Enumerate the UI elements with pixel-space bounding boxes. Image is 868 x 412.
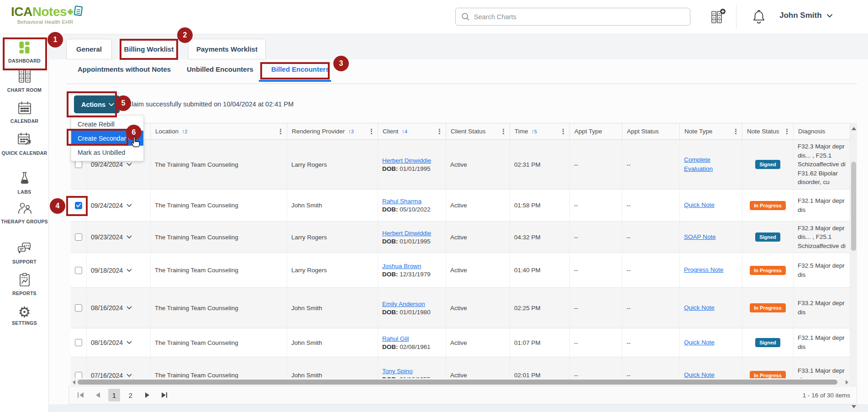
scroll-right-arrow[interactable] [846,380,848,385]
client-link[interactable]: Herbert Dinwiddie [382,157,431,164]
search-input[interactable] [474,13,684,21]
cell-time: 04:32 PM [510,222,570,253]
cell-location: The Training Team Counseling [151,288,287,328]
horizontal-scroll-thumb[interactable] [78,380,837,385]
header-appt-status[interactable]: Appt Status [622,123,680,139]
tab-payments-worklist[interactable]: Payments Worklist [188,39,266,59]
header-appt-type[interactable]: Appt Type [570,123,622,139]
row-checkbox[interactable] [75,233,82,241]
row-checkbox[interactable] [75,267,82,274]
vertical-scroll-thumb[interactable] [851,162,856,251]
scroll-up-arrow[interactable] [852,127,856,130]
header-client-status[interactable]: Client Status⋮ [446,123,510,139]
table-row: 09/23/2024The Training Team CounselingLa… [71,222,850,253]
note-type-link[interactable]: Quick Note [684,338,715,347]
column-menu-icon[interactable]: ⋮ [784,127,790,136]
note-type-link[interactable]: SOAP Note [684,232,716,242]
sidebar-item-dashboard[interactable]: DASHBOARD [0,40,49,64]
next-page-button[interactable] [141,389,153,401]
sidebar-item-label: SUPPORT [12,259,37,265]
sidebar-item-labs[interactable]: LABS [0,171,49,195]
support-icon [16,241,33,258]
sidebar-item-quick-calendar[interactable]: QUICK CALENDAR [0,132,49,157]
sidebar-item-chart-room[interactable]: CHART ROOM [0,69,49,94]
column-menu-icon[interactable]: ⋮ [500,127,507,136]
date-value: 09/23/2024 [91,233,123,241]
cell-date[interactable]: 08/16/2024 [87,328,151,357]
note-type-link[interactable]: Quick Note [684,201,715,210]
row-checkbox[interactable] [75,202,82,209]
subtab-billed-encounters[interactable]: Billed Encounters [271,65,330,73]
client-link[interactable]: Tony Spino [382,368,413,375]
sidebar-item-calendar[interactable]: CALENDAR [0,100,49,125]
menu-item-create-secondary[interactable]: Create Secondary [71,131,143,146]
sidebar-item-support[interactable]: SUPPORT [0,241,49,265]
tab-general[interactable]: General [66,39,112,59]
column-label: Time [515,128,528,135]
note-type-link[interactable]: Quick Note [684,303,715,312]
header-location[interactable]: Location↑2⋮ [151,123,287,139]
subtab-appointments-without-notes[interactable]: Appointments without Notes [78,65,171,73]
previous-page-button[interactable] [92,389,104,401]
cell-date[interactable]: 09/18/2024 [87,253,151,287]
sidebar-item-reports[interactable]: REPORTS [0,272,49,297]
column-menu-icon[interactable]: ⋮ [277,127,284,136]
scroll-down-arrow[interactable] [852,405,856,408]
header-note-type[interactable]: Note Type⋮ [680,123,742,139]
column-menu-icon[interactable]: ⋮ [436,127,443,136]
menu-item-mark-as-unbilled[interactable]: Mark as Unbilled [71,146,143,159]
logo-text-primary: ICA [11,5,32,19]
subtab-unbilled-encounters[interactable]: Unbilled Encounters [187,65,253,73]
scroll-left-arrow[interactable] [73,380,75,385]
page-number-1[interactable]: 1 [108,389,120,401]
client-link[interactable]: Emily Anderson [382,301,425,307]
client-link[interactable]: Rahul Gill [382,335,409,342]
client-link[interactable]: Joshua Brown [382,263,421,269]
sidebar-item-therapy-groups[interactable]: THERAPY GROUPS [0,201,49,225]
row-checkbox[interactable] [75,339,82,346]
row-checkbox[interactable] [75,372,82,379]
note-type-link[interactable]: Complete Evaluation [684,155,738,174]
note-type-link[interactable]: Quick Note [684,370,715,378]
cell-appt-type: -- [570,190,622,221]
notifications-bell-icon[interactable] [751,8,767,27]
cell-appt-status: -- [622,140,680,189]
cell-note-status: In Progress [742,190,794,221]
client-link[interactable]: Herbert Dinwiddie [382,230,431,237]
header-note-status[interactable]: Note Status⋮ [742,123,794,139]
cell-date[interactable]: 09/23/2024 [87,222,151,253]
header-diagnosis[interactable]: Diagnosis [794,123,850,139]
cell-note-type: Quick Note [680,288,742,328]
subtab-divider [66,84,857,84]
sort-indicator: ↑2 [182,128,188,135]
client-dob: DOB: 01/01/1995 [382,165,431,172]
first-page-button[interactable] [75,389,87,401]
tab-billing-worklist[interactable]: Billing Worklist [121,39,177,59]
vertical-scrollbar[interactable] [850,123,857,412]
menu-item-create-rebill[interactable]: Create Rebill [71,117,143,131]
user-menu[interactable]: John Smith [779,11,833,20]
horizontal-scrollbar[interactable] [71,379,850,386]
cell-date[interactable]: 08/16/2024 [87,288,151,328]
items-range-summary: 1 - 16 of 30 items [803,392,850,399]
row-checkbox[interactable] [75,304,82,312]
page-number-2[interactable]: 2 [125,389,137,401]
row-checkbox[interactable] [75,161,82,168]
column-menu-icon[interactable]: ⋮ [368,127,375,136]
last-page-button[interactable] [158,389,169,401]
header-rendering-provider[interactable]: Rendering Provider↑3⋮ [287,123,378,139]
new-chart-icon[interactable] [709,8,727,27]
sidebar-item-settings[interactable]: ⚙ SETTINGS [0,305,49,327]
client-link[interactable]: Rahul Sharma [382,198,421,205]
column-label: Note Type [684,128,712,135]
header-time[interactable]: Time↑5⋮ [510,123,570,139]
column-menu-icon[interactable]: ⋮ [560,127,567,136]
settings-icon: ⚙ [18,305,31,319]
column-menu-icon[interactable]: ⋮ [732,127,739,136]
note-type-link[interactable]: Progress Note [684,265,723,275]
cell-date[interactable]: 07/16/2024 [87,357,151,378]
cell-appt-type: -- [570,253,622,287]
actions-button[interactable]: Actions [74,95,120,113]
header-client[interactable]: Client↑4⋮ [378,123,446,139]
cell-date[interactable]: 09/24/2024 [87,190,151,221]
